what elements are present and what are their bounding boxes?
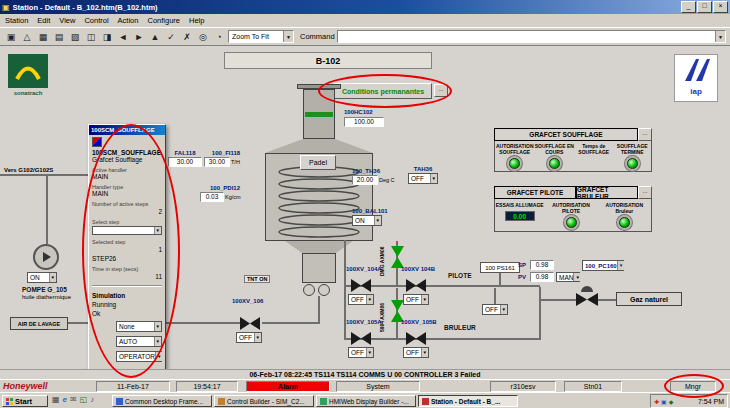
xv105a-valve[interactable] [351,332,371,345]
find-icon[interactable]: ◔ [212,30,226,44]
tah36-tagbox[interactable]: TAH36 OFF [408,166,438,184]
xv106-state-dropdown[interactable]: OFF [236,332,262,343]
air-de-lavage-button[interactable]: AIR DE LAVAGE [10,317,68,330]
menu-control[interactable]: Control [84,16,108,25]
xv105b-state-dropdown[interactable]: OFF [403,347,429,358]
xv104b-state-dropdown[interactable]: OFF [403,294,429,305]
page-up-icon[interactable]: ▲ [148,30,162,44]
page-forward-icon[interactable]: ► [132,30,146,44]
xv104a-state: OFF [351,296,364,303]
menu-help[interactable]: Help [189,16,204,25]
tnt-on-indicator: TNT ON [244,275,270,283]
xv104a-state-dropdown[interactable]: OFF [348,294,374,305]
fi118-unit: T/H [231,157,240,167]
menu-configure[interactable]: Configure [147,16,180,25]
window-titlebar[interactable]: ▣ Station - Default - B_102.htm(B_102.ht… [0,0,730,14]
alert-summary-icon[interactable]: ▧ [68,30,82,44]
popup-point-desc: Grafcet Soufflage [92,156,162,163]
padel-button[interactable]: Padel [300,155,336,170]
taskbar-window-common-desktop[interactable]: Common Desktop Frame... [112,395,212,407]
menu-action[interactable]: Action [118,16,139,25]
solenoid1-valve[interactable] [391,246,404,268]
sonatrach-emblem [8,54,48,88]
none-dropdown[interactable]: None [116,321,162,332]
mail-icon[interactable]: ✉ [70,395,77,404]
volume-tray-icon[interactable]: ◆ [669,398,674,405]
zoom-icon[interactable]: ◎ [196,30,210,44]
autorisation-bruleur-label: AUTORISATION Bruleur [598,202,651,214]
ps161-tag[interactable]: 100 PS161 [480,262,520,273]
message-summary-icon[interactable]: ▤ [52,30,66,44]
conditions-more-button[interactable]: ... [434,84,448,97]
xv106-label: 100XV_106 [232,298,263,304]
gas-shutoff-dropdown[interactable]: OFF [482,304,508,315]
pc160-mode-dropdown[interactable]: MAN [556,272,580,282]
bal101-state-dropdown[interactable]: ON [352,215,382,226]
grafcet-soufflage-more-button[interactable]: ... [638,128,652,141]
pc160-tag[interactable]: 100_PC160 [582,260,624,271]
xv105b-valve[interactable] [406,332,426,345]
silence-icon[interactable]: ✗ [180,30,194,44]
page-back-icon[interactable]: ◄ [116,30,130,44]
xv104a-valve[interactable] [351,279,371,292]
pdi12-tagbox[interactable]: 100_PDI12 0.03 Kg/cm [200,185,250,202]
ok-state: Ok [92,310,162,317]
xv106-valve[interactable] [240,317,260,330]
command-input[interactable] [337,30,726,43]
operator-dropdown[interactable]: OPERATOR [116,351,162,362]
menu-view[interactable]: View [59,16,75,25]
conditions-permanantes-button[interactable]: Conditions permanantes [334,83,432,99]
desktop-icon[interactable]: ▦ [52,395,60,404]
bal101-tagbox[interactable]: 100_BAL101 ON [352,208,392,226]
tah36-state-dropdown[interactable]: OFF [408,173,438,184]
associated-display-icon[interactable]: ◫ [84,30,98,44]
fi118-tagbox[interactable]: 100_FI118 30.00 T/H [204,150,248,167]
mode-auto-dropdown[interactable]: AUTO [116,336,162,347]
soufflage-termine-label: SOUFFLAGE TERMINE [614,143,652,155]
pc160-mode: MAN [559,274,573,281]
acknowledge-icon[interactable]: ✓ [164,30,178,44]
detail-display-icon[interactable]: ◨ [100,30,114,44]
pc160-control-valve[interactable] [576,293,598,306]
essais-allumage-label: ESSAIS ALLUMAGE [496,202,544,208]
minimize-button[interactable]: _ [681,1,696,13]
pump-impeller-icon [43,252,51,262]
window-icon [218,398,225,405]
network-tray-icon[interactable]: ▣ [661,398,667,405]
pump-symbol[interactable] [33,244,59,270]
alarm-zone[interactable]: Alarm [246,381,330,392]
statusbar-user[interactable]: Mngr [670,381,716,392]
menu-station[interactable]: Station [5,16,28,25]
taskbar-window-hmiweb-builder[interactable]: HMIWeb Display Builder -... [316,395,416,407]
soufflage-encours-label: SOUFFLAGE EN COURS [535,143,575,155]
grafcet-bruleur-more-button[interactable]: ... [638,186,652,199]
taskbar-window-control-builder[interactable]: Control Builder - SIM_C2... [214,395,314,407]
station-display-icon[interactable]: ▣ [4,30,18,44]
fal118-tagbox[interactable]: FAL118 30.00 [168,150,202,167]
close-button[interactable]: × [713,1,728,13]
media-icon[interactable]: ♪ [90,395,94,404]
system-status-icon[interactable]: ▦ [36,30,50,44]
zoom-select[interactable]: Zoom To Fit [228,30,294,43]
antivirus-tray-icon[interactable]: ✚ [654,398,659,405]
select-step-dropdown[interactable] [92,226,162,235]
menu-edit[interactable]: Edit [37,16,50,25]
gaz-naturel-label: Gaz naturel [616,292,682,306]
taskbar-window-station[interactable]: Station - Default - B_... [418,395,518,407]
alarm-summary-icon[interactable]: △ [20,30,34,44]
statusbar-server: r310esv [490,381,556,392]
th36-tagbox[interactable]: 100_TH36 20.00 Deg C [352,168,406,185]
mode-auto-value: AUTO [119,338,137,345]
xv104b-valve[interactable] [406,279,426,292]
xv105a-state-dropdown[interactable]: OFF [348,347,374,358]
popup-titlebar[interactable]: 100SCM_SOUFFLAGE [89,125,165,135]
pilote-col-autorisation: AUTORISATION PILOTE [544,202,597,228]
maximize-button[interactable]: □ [697,1,712,13]
pump-state-dropdown[interactable]: ON [27,272,57,283]
system-zone[interactable]: System [336,381,420,392]
internet-explorer-icon[interactable]: e [63,395,67,404]
show-desktop-icon[interactable]: ◱ [80,395,88,404]
none-dropdown-value: None [119,323,135,330]
start-button[interactable]: Start [2,395,48,407]
menubar: Station Edit View Control Action Configu… [0,14,730,27]
